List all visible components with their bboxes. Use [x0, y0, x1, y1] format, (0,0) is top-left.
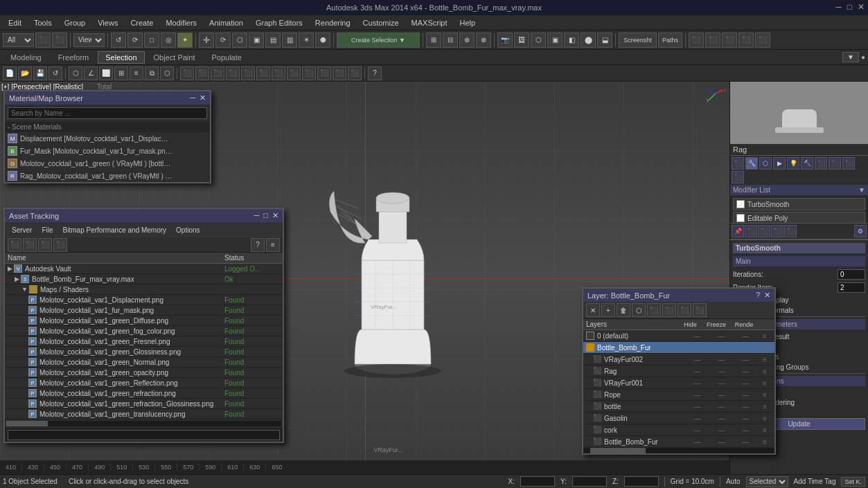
mt-2[interactable]: ⬛	[745, 225, 757, 237]
layer-row-7[interactable]: ⬛Gasolin———≡	[583, 413, 774, 424]
iterations-input[interactable]	[838, 269, 865, 280]
at-row-map-0[interactable]: PMolotov_cocktail_var1_Displacment.pngFo…	[5, 295, 283, 305]
matbrowser-minimize-btn[interactable]: ─	[190, 93, 195, 102]
tab-dropdown-btn[interactable]: ▼	[842, 52, 859, 62]
at-row-map-8[interactable]: PMolotov_cocktail_var1_green_Reflection.…	[5, 378, 283, 388]
layer-row-9[interactable]: ⬛Bottle_Bomb_Fur———≡	[583, 436, 774, 448]
layer-tb-7[interactable]: ⬛	[677, 303, 691, 317]
ic-10[interactable]: ⬛	[317, 66, 331, 80]
render-iters-input[interactable]	[838, 282, 865, 293]
tb-btn-render4[interactable]: ▣	[547, 33, 563, 48]
ic-snap[interactable]: ⬡	[69, 66, 82, 80]
menu-item-graph editors[interactable]: Graph Editors	[250, 17, 308, 28]
tb-btn-6[interactable]: ◎	[161, 33, 176, 48]
mode-dropdown[interactable]: All	[3, 33, 34, 47]
tb-extra-5[interactable]: ⬛	[755, 33, 770, 48]
at-row-map-3[interactable]: PMolotov_cocktail_var1_green_fog_color.p…	[5, 326, 283, 336]
status-z-input[interactable]	[624, 476, 659, 487]
mat-item-2[interactable]: G Molotov_cocktail_var1_green ( VRayMtl …	[5, 157, 210, 170]
at-row-map-10[interactable]: PMolotov_cocktail_var1_green_refraction_…	[5, 399, 283, 409]
maximize-button[interactable]: □	[847, 2, 852, 12]
status-mode-select[interactable]: Selected	[746, 476, 788, 487]
view-dropdown[interactable]: View	[73, 33, 105, 47]
at-row-map-11[interactable]: PMolotov_cocktail_var1_green_translucenc…	[5, 409, 283, 419]
layer-row-6[interactable]: ⬛bottle———≡	[583, 401, 774, 413]
tb-btn-scale[interactable]: ⬡	[232, 33, 247, 48]
layer-tb-add[interactable]: +	[601, 303, 615, 317]
tb-btn-snap4[interactable]: ⊗	[476, 33, 491, 48]
tb-btn-7[interactable]: ✦	[177, 33, 193, 48]
menu-item-modifiers[interactable]: Modifiers	[160, 17, 202, 28]
at-row-map-2[interactable]: PMolotov_cocktail_var1_green_Diffuse.png…	[5, 316, 283, 326]
status-setk-btn[interactable]: Set K.	[841, 477, 865, 487]
menu-item-tools[interactable]: Tools	[28, 17, 57, 28]
rp-icon-motion[interactable]: ▶	[773, 157, 786, 170]
ic-9[interactable]: ⬛	[302, 66, 316, 80]
ic-group[interactable]: ⬡	[160, 66, 174, 80]
tab-freeform[interactable]: Freeform	[51, 51, 97, 64]
layer-row-5[interactable]: ⬛Rope———≡	[583, 389, 774, 401]
tb-btn-5[interactable]: □	[144, 33, 159, 48]
atm-server[interactable]: Server	[8, 225, 36, 235]
rp-icon-modify[interactable]: 🔧	[745, 157, 758, 170]
ic-cloth[interactable]: ⬛	[226, 66, 240, 80]
ic-11[interactable]: ⬛	[333, 66, 346, 80]
assettrack-maximize-btn[interactable]: □	[263, 211, 268, 220]
layer-tb-delete[interactable]: 🗑	[617, 303, 630, 317]
menu-item-rendering[interactable]: Rendering	[310, 17, 356, 28]
layer-tb-close[interactable]: ✕	[586, 303, 600, 317]
tb-btn-1[interactable]: ⬛	[35, 33, 51, 48]
tb-btn-snap1[interactable]: ⊞	[426, 33, 441, 48]
at-tb-3[interactable]: ⬛	[38, 238, 52, 252]
layer-row-4[interactable]: ⬛VRayFur001———≡	[583, 377, 774, 389]
at-row-map-6[interactable]: PMolotov_cocktail_var1_green_Normal.pngF…	[5, 357, 283, 368]
rp-icon-hierarchy[interactable]: ⬡	[759, 157, 772, 170]
at-scrollbar[interactable]	[6, 421, 281, 426]
tb-btn-13[interactable]: ⬣	[315, 33, 330, 48]
select-create-btn[interactable]: Create Selection ▼	[337, 33, 420, 48]
at-path-input[interactable]	[8, 430, 280, 440]
ic-bone[interactable]: ⬛	[180, 66, 194, 80]
mt-4[interactable]: ⬛	[771, 225, 783, 237]
layer-row-8[interactable]: ⬛cork———≡	[583, 424, 774, 436]
rp-icon-create[interactable]: ⬛	[732, 157, 744, 170]
layer-row-3[interactable]: ⬛Rag———≡	[583, 365, 774, 377]
tb-btn-12[interactable]: ☀	[299, 33, 314, 48]
rp-icon-render[interactable]: ⬛	[829, 157, 841, 170]
matbrowser-close-btn[interactable]: ✕	[200, 93, 206, 102]
ic-12[interactable]: ⬛	[348, 66, 362, 80]
tb-btn-render2[interactable]: 🖼	[514, 33, 529, 48]
ic-angle[interactable]: ∠	[84, 66, 98, 80]
modifier-editpoly[interactable]: Editable Poly	[733, 212, 865, 223]
atm-file[interactable]: File	[37, 225, 57, 235]
tb-btn-render5[interactable]: ◧	[564, 33, 579, 48]
tab-selection[interactable]: Selection	[98, 51, 144, 64]
layer-close-btn[interactable]: ✕	[764, 291, 770, 300]
tab-objectpaint[interactable]: Object Paint	[146, 51, 203, 64]
menu-item-animation[interactable]: Animation	[204, 17, 249, 28]
ic-7[interactable]: ⬛	[272, 66, 285, 80]
tb-btn-render3[interactable]: ⬡	[531, 33, 546, 48]
tb-extra-3[interactable]: ⬛	[722, 33, 737, 48]
modifier-turbsmooth-checkbox[interactable]: ✓	[736, 200, 745, 208]
ic-layer[interactable]: ≡	[130, 66, 143, 80]
rp-icon-extra1[interactable]: ⬛	[842, 157, 855, 170]
at-row-map-7[interactable]: PMolotov_cocktail_var1_green_opacity.png…	[5, 368, 283, 378]
paths-btn[interactable]: Paths	[658, 33, 682, 48]
rp-icon-display[interactable]: 💡	[787, 157, 799, 170]
tb-btn-render1[interactable]: 📷	[497, 33, 513, 48]
tb-extra-4[interactable]: ⬛	[738, 33, 754, 48]
menu-item-edit[interactable]: Edit	[3, 17, 27, 28]
at-tb-2[interactable]: ⬛	[23, 238, 37, 252]
ic-6[interactable]: ⬛	[256, 66, 270, 80]
close-button[interactable]: ✕	[858, 2, 865, 12]
menu-item-customize[interactable]: Customize	[357, 17, 405, 28]
ic-undo[interactable]: ↺	[48, 66, 62, 80]
tb-btn-snap3[interactable]: ⊕	[459, 33, 475, 48]
at-row-maps[interactable]: ▼ Maps / Shaders	[5, 284, 283, 295]
tb-btn-snap2[interactable]: ⊟	[443, 33, 458, 48]
at-tb-4[interactable]: ⬛	[53, 238, 67, 252]
ic-clone[interactable]: ⧉	[145, 66, 159, 80]
layer-help-btn[interactable]: ?	[756, 291, 760, 300]
layer-row-2[interactable]: ⬛VRayFur002———≡	[583, 354, 774, 365]
